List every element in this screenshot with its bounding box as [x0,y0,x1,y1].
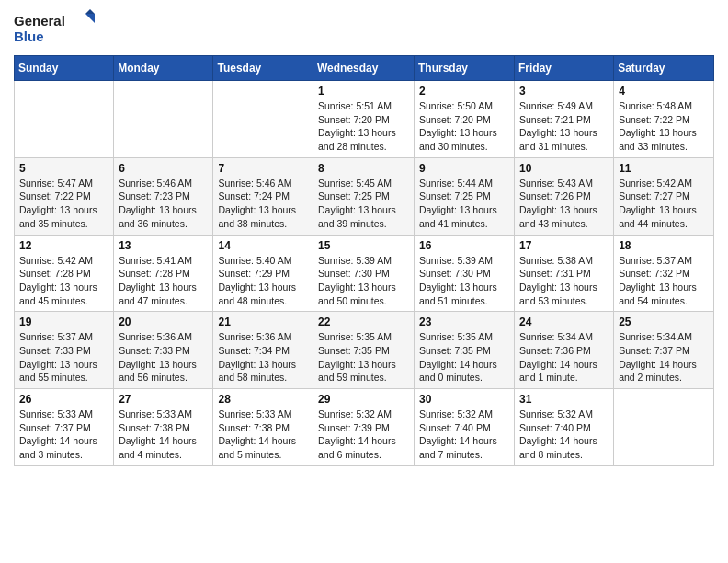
weekday-header-tuesday: Tuesday [213,56,313,81]
day-info: Sunrise: 5:36 AM Sunset: 7:34 PM Dayligh… [218,330,308,385]
calendar-cell: 23Sunrise: 5:35 AM Sunset: 7:35 PM Dayli… [415,312,515,389]
day-info: Sunrise: 5:34 AM Sunset: 7:36 PM Dayligh… [519,330,609,385]
weekday-header-saturday: Saturday [614,56,714,81]
weekday-header-row: SundayMondayTuesdayWednesdayThursdayFrid… [15,56,714,81]
calendar-cell [15,81,114,158]
day-number: 2 [419,85,509,98]
day-number: 16 [419,239,509,252]
day-info: Sunrise: 5:33 AM Sunset: 7:38 PM Dayligh… [119,408,208,462]
day-number: 25 [619,316,709,328]
day-info: Sunrise: 5:41 AM Sunset: 7:28 PM Dayligh… [119,254,208,308]
calendar-cell: 30Sunrise: 5:32 AM Sunset: 7:40 PM Dayli… [415,389,515,466]
day-number: 7 [218,162,308,175]
calendar-cell: 20Sunrise: 5:36 AM Sunset: 7:33 PM Dayli… [114,312,213,389]
calendar-cell: 15Sunrise: 5:39 AM Sunset: 7:30 PM Dayli… [313,235,415,312]
day-info: Sunrise: 5:46 AM Sunset: 7:23 PM Dayligh… [119,177,208,231]
logo-svg: General Blue [14,9,97,48]
calendar-cell: 5Sunrise: 5:47 AM Sunset: 7:22 PM Daylig… [15,157,114,235]
day-info: Sunrise: 5:43 AM Sunset: 7:26 PM Dayligh… [519,177,609,231]
calendar-cell: 7Sunrise: 5:46 AM Sunset: 7:24 PM Daylig… [213,157,313,235]
calendar-cell: 24Sunrise: 5:34 AM Sunset: 7:36 PM Dayli… [515,312,614,389]
day-number: 5 [19,162,108,175]
calendar-cell: 29Sunrise: 5:32 AM Sunset: 7:39 PM Dayli… [313,389,415,466]
day-info: Sunrise: 5:35 AM Sunset: 7:35 PM Dayligh… [419,330,509,385]
day-info: Sunrise: 5:44 AM Sunset: 7:25 PM Dayligh… [419,177,509,231]
day-number: 19 [19,316,108,328]
day-number: 14 [218,239,308,252]
svg-marker-2 [85,14,95,23]
day-info: Sunrise: 5:49 AM Sunset: 7:21 PM Dayligh… [519,99,609,154]
day-number: 3 [519,85,609,98]
calendar-cell: 13Sunrise: 5:41 AM Sunset: 7:28 PM Dayli… [114,235,213,312]
day-number: 9 [419,162,509,175]
weekday-header-sunday: Sunday [15,56,114,81]
day-number: 18 [619,239,709,252]
day-info: Sunrise: 5:33 AM Sunset: 7:38 PM Dayligh… [218,408,308,462]
day-info: Sunrise: 5:50 AM Sunset: 7:20 PM Dayligh… [419,99,509,154]
calendar-week-row: 26Sunrise: 5:33 AM Sunset: 7:37 PM Dayli… [15,389,714,466]
weekday-header-friday: Friday [515,56,614,81]
calendar-cell: 28Sunrise: 5:33 AM Sunset: 7:38 PM Dayli… [213,389,313,466]
day-number: 23 [419,316,509,328]
day-info: Sunrise: 5:39 AM Sunset: 7:30 PM Dayligh… [419,254,509,308]
calendar-cell: 4Sunrise: 5:48 AM Sunset: 7:22 PM Daylig… [614,81,714,158]
day-info: Sunrise: 5:32 AM Sunset: 7:40 PM Dayligh… [519,408,609,462]
calendar-cell: 22Sunrise: 5:35 AM Sunset: 7:35 PM Dayli… [313,312,415,389]
day-number: 8 [318,162,409,175]
page-header: General Blue [14,9,714,48]
day-number: 13 [119,239,208,252]
day-info: Sunrise: 5:46 AM Sunset: 7:24 PM Dayligh… [218,177,308,231]
day-number: 26 [19,393,108,406]
calendar-cell: 14Sunrise: 5:40 AM Sunset: 7:29 PM Dayli… [213,235,313,312]
day-info: Sunrise: 5:42 AM Sunset: 7:27 PM Dayligh… [619,177,709,231]
day-info: Sunrise: 5:37 AM Sunset: 7:32 PM Dayligh… [619,254,709,308]
svg-text:Blue: Blue [14,29,44,44]
calendar-cell: 2Sunrise: 5:50 AM Sunset: 7:20 PM Daylig… [415,81,515,158]
day-number: 21 [218,316,308,328]
day-number: 28 [218,393,308,406]
calendar-cell [213,81,313,158]
calendar-cell: 31Sunrise: 5:32 AM Sunset: 7:40 PM Dayli… [515,389,614,466]
calendar-cell: 18Sunrise: 5:37 AM Sunset: 7:32 PM Dayli… [614,235,714,312]
day-number: 20 [119,316,208,328]
calendar-cell: 10Sunrise: 5:43 AM Sunset: 7:26 PM Dayli… [515,157,614,235]
day-number: 27 [119,393,208,406]
day-info: Sunrise: 5:38 AM Sunset: 7:31 PM Dayligh… [519,254,609,308]
calendar-cell [614,389,714,466]
day-info: Sunrise: 5:42 AM Sunset: 7:28 PM Dayligh… [19,254,108,308]
day-number: 11 [619,162,709,175]
calendar-cell: 21Sunrise: 5:36 AM Sunset: 7:34 PM Dayli… [213,312,313,389]
day-number: 17 [519,239,609,252]
calendar-cell: 19Sunrise: 5:37 AM Sunset: 7:33 PM Dayli… [15,312,114,389]
day-number: 12 [19,239,108,252]
svg-text:General: General [14,13,65,29]
day-info: Sunrise: 5:36 AM Sunset: 7:33 PM Dayligh… [119,330,208,385]
day-info: Sunrise: 5:33 AM Sunset: 7:37 PM Dayligh… [19,408,108,462]
day-info: Sunrise: 5:48 AM Sunset: 7:22 PM Dayligh… [619,99,709,154]
day-info: Sunrise: 5:32 AM Sunset: 7:40 PM Dayligh… [419,408,509,462]
day-number: 29 [318,393,409,406]
day-info: Sunrise: 5:51 AM Sunset: 7:20 PM Dayligh… [318,99,409,154]
weekday-header-monday: Monday [114,56,213,81]
day-info: Sunrise: 5:34 AM Sunset: 7:37 PM Dayligh… [619,330,709,385]
day-info: Sunrise: 5:40 AM Sunset: 7:29 PM Dayligh… [218,254,308,308]
calendar-cell: 26Sunrise: 5:33 AM Sunset: 7:37 PM Dayli… [15,389,114,466]
day-number: 6 [119,162,208,175]
calendar-cell: 8Sunrise: 5:45 AM Sunset: 7:25 PM Daylig… [313,157,415,235]
day-info: Sunrise: 5:32 AM Sunset: 7:39 PM Dayligh… [318,408,409,462]
calendar-week-row: 12Sunrise: 5:42 AM Sunset: 7:28 PM Dayli… [15,235,714,312]
logo: General Blue [14,9,97,48]
weekday-header-wednesday: Wednesday [313,56,415,81]
calendar-cell: 17Sunrise: 5:38 AM Sunset: 7:31 PM Dayli… [515,235,614,312]
calendar-cell: 27Sunrise: 5:33 AM Sunset: 7:38 PM Dayli… [114,389,213,466]
day-info: Sunrise: 5:45 AM Sunset: 7:25 PM Dayligh… [318,177,409,231]
calendar-cell: 1Sunrise: 5:51 AM Sunset: 7:20 PM Daylig… [313,81,415,158]
day-number: 24 [519,316,609,328]
calendar-table: SundayMondayTuesdayWednesdayThursdayFrid… [14,55,714,466]
weekday-header-thursday: Thursday [415,56,515,81]
day-info: Sunrise: 5:37 AM Sunset: 7:33 PM Dayligh… [19,330,108,385]
calendar-week-row: 19Sunrise: 5:37 AM Sunset: 7:33 PM Dayli… [15,312,714,389]
day-number: 31 [519,393,609,406]
calendar-cell: 9Sunrise: 5:44 AM Sunset: 7:25 PM Daylig… [415,157,515,235]
day-number: 10 [519,162,609,175]
